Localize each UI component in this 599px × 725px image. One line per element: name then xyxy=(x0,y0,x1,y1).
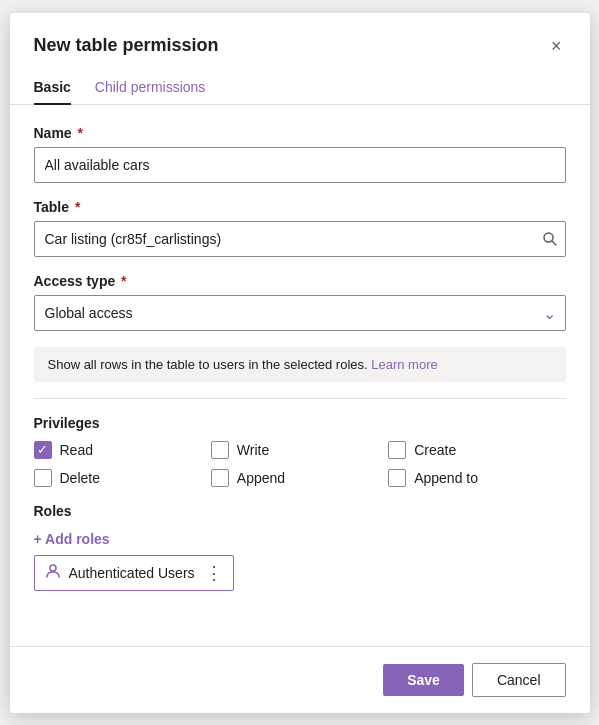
dialog-header: New table permission × xyxy=(10,13,590,59)
table-input[interactable] xyxy=(34,221,566,257)
write-label: Write xyxy=(237,442,269,458)
privileges-divider xyxy=(34,398,566,399)
access-type-select-wrapper: Global access Contact access Account acc… xyxy=(34,295,566,331)
svg-line-1 xyxy=(552,241,556,245)
name-field-group: Name * xyxy=(34,125,566,183)
new-table-permission-dialog: New table permission × Basic Child permi… xyxy=(10,13,590,713)
create-label: Create xyxy=(414,442,456,458)
privileges-grid: Read Write Create Delete xyxy=(34,441,566,487)
save-button[interactable]: Save xyxy=(383,664,464,696)
access-type-label: Access type * xyxy=(34,273,566,289)
read-checkbox[interactable] xyxy=(34,441,52,459)
add-roles-button[interactable]: + Add roles xyxy=(34,531,566,547)
dialog-body: Name * Table * Access type * xyxy=(10,105,590,646)
write-checkbox[interactable] xyxy=(211,441,229,459)
tab-bar: Basic Child permissions xyxy=(10,59,590,105)
more-options-icon[interactable]: ⋮ xyxy=(205,562,223,584)
role-tag-authenticated-users: Authenticated Users ⋮ xyxy=(34,555,234,591)
access-type-field-group: Access type * Global access Contact acce… xyxy=(34,273,566,331)
table-required-star: * xyxy=(71,199,80,215)
access-type-select[interactable]: Global access Contact access Account acc… xyxy=(34,295,566,331)
tab-child-permissions[interactable]: Child permissions xyxy=(95,71,205,105)
role-name: Authenticated Users xyxy=(69,565,195,581)
delete-checkbox[interactable] xyxy=(34,469,52,487)
read-label: Read xyxy=(60,442,93,458)
name-label: Name * xyxy=(34,125,566,141)
access-type-required-star: * xyxy=(117,273,126,289)
table-search-icon[interactable] xyxy=(542,231,558,247)
append-to-checkbox[interactable] xyxy=(388,469,406,487)
svg-point-2 xyxy=(50,565,56,571)
role-tag-inner: Authenticated Users xyxy=(45,563,195,583)
dialog-footer: Save Cancel xyxy=(10,646,590,713)
privilege-delete[interactable]: Delete xyxy=(34,469,211,487)
privilege-create[interactable]: Create xyxy=(388,441,565,459)
roles-title: Roles xyxy=(34,503,566,519)
append-label: Append xyxy=(237,470,285,486)
table-input-wrapper xyxy=(34,221,566,257)
delete-label: Delete xyxy=(60,470,100,486)
info-banner: Show all rows in the table to users in t… xyxy=(34,347,566,382)
learn-more-link[interactable]: Learn more xyxy=(371,357,437,372)
append-to-label: Append to xyxy=(414,470,478,486)
privilege-write[interactable]: Write xyxy=(211,441,388,459)
privilege-read[interactable]: Read xyxy=(34,441,211,459)
table-label: Table * xyxy=(34,199,566,215)
privileges-section: Privileges Read Write Create xyxy=(34,415,566,487)
create-checkbox[interactable] xyxy=(388,441,406,459)
name-input[interactable] xyxy=(34,147,566,183)
privilege-append-to[interactable]: Append to xyxy=(388,469,565,487)
privilege-append[interactable]: Append xyxy=(211,469,388,487)
close-button[interactable]: × xyxy=(547,33,566,59)
person-icon xyxy=(45,563,61,583)
tab-basic[interactable]: Basic xyxy=(34,71,71,105)
name-required-star: * xyxy=(74,125,83,141)
table-field-group: Table * xyxy=(34,199,566,257)
cancel-button[interactable]: Cancel xyxy=(472,663,566,697)
privileges-title: Privileges xyxy=(34,415,566,431)
append-checkbox[interactable] xyxy=(211,469,229,487)
roles-section: Roles + Add roles Authenticated Users ⋮ xyxy=(34,503,566,591)
dialog-title: New table permission xyxy=(34,35,219,56)
